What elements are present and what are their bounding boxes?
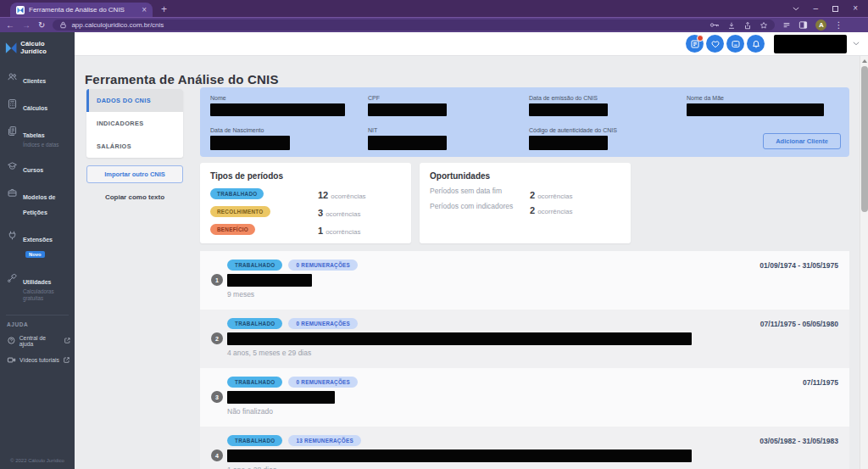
- period-badges: TRABALHADO 0 REMUNERAÇÕES: [227, 260, 358, 271]
- form-field-label: Data de Nascimento: [210, 127, 290, 133]
- period-types-title: Tipos de períodos: [210, 171, 401, 181]
- reload-icon[interactable]: ↻: [38, 21, 45, 30]
- period-date-range: 07/11/1975: [803, 378, 838, 387]
- brand-name: Cálculo Jurídico: [20, 40, 70, 55]
- tab-close-icon[interactable]: ×: [142, 6, 147, 14]
- scrollbar-thumb[interactable]: [861, 66, 868, 212]
- download-icon[interactable]: [727, 21, 736, 30]
- forward-icon[interactable]: →: [22, 21, 31, 30]
- app-header: [75, 32, 868, 56]
- form-field-value-redacted[interactable]: [687, 103, 824, 116]
- password-key-icon[interactable]: [709, 21, 720, 29]
- user-name-redacted[interactable]: [774, 35, 847, 53]
- messages-button[interactable]: [726, 35, 744, 53]
- form-field-value-redacted[interactable]: [368, 103, 447, 116]
- period-row[interactable]: 1 TRABALHADO 0 REMUNERAÇÕES 9 meses 01/0…: [200, 251, 849, 310]
- external-link-icon: [64, 337, 71, 344]
- referral-heart-button[interactable]: [706, 35, 724, 53]
- share-icon[interactable]: [743, 21, 752, 30]
- form-field-value-redacted[interactable]: [529, 136, 608, 150]
- reading-list-icon[interactable]: [782, 21, 791, 30]
- period-row[interactable]: 4 TRABALHADO 13 REMUNERAÇÕES 1 ano e 28 …: [200, 427, 849, 469]
- novo-badge: Novo: [25, 251, 45, 258]
- nav-tab[interactable]: DADOS DO CNIS: [86, 89, 183, 112]
- form-field-value-redacted[interactable]: [210, 103, 345, 116]
- form-field-value-redacted[interactable]: [529, 103, 608, 116]
- nav-tab[interactable]: INDICADORES: [86, 112, 183, 135]
- nav-tab-label: DADOS DO CNIS: [97, 97, 151, 104]
- opportunity-row: Períodos com indicadores 2ocorrências: [420, 202, 631, 211]
- sidebar-footer: © 2022 Cálculo Jurídico: [0, 458, 75, 463]
- period-badges: TRABALHADO 13 REMUNERAÇÕES: [227, 435, 361, 446]
- form-field-value-redacted[interactable]: [210, 136, 290, 150]
- brand[interactable]: Cálculo Jurídico: [0, 32, 75, 65]
- sidebar-item[interactable]: Cálculos: [0, 92, 75, 120]
- period-number: 3: [211, 391, 223, 403]
- sidebar-item-label: Tabelas: [23, 132, 45, 138]
- window-close-icon[interactable]: ×: [853, 4, 858, 13]
- period-row[interactable]: 3 TRABALHADO 0 REMUNERAÇÕES Não finaliza…: [200, 368, 849, 427]
- window-maximize-icon[interactable]: [832, 6, 838, 12]
- sidebar-item[interactable]: ExtensõesNovo: [0, 224, 75, 266]
- period-number: 4: [211, 449, 223, 461]
- window-minimize-icon[interactable]: –: [814, 4, 819, 13]
- nav-tab-label: SALÁRIOS: [97, 142, 131, 150]
- news-button[interactable]: [686, 35, 704, 53]
- period-type-row: TRABALHADO 12ocorrências: [200, 185, 411, 203]
- remunerations-badge: 0 REMUNERAÇÕES: [288, 318, 358, 329]
- url-text[interactable]: app.calculojuridico.com.br/cnis: [71, 21, 705, 29]
- period-row[interactable]: 2 TRABALHADO 0 REMUNERAÇÕES 4 anos, 5 me…: [200, 310, 849, 368]
- cnis-nav-tabs: DADOS DO CNIS INDICADORES SALÁRIOS: [86, 89, 183, 158]
- opportunity-label: Períodos sem data fim: [430, 187, 525, 196]
- opportunity-count: 2ocorrências: [530, 202, 572, 217]
- browser-profile-avatar[interactable]: A: [815, 20, 826, 31]
- form-field-label: NIT: [368, 127, 447, 133]
- sidebar-item-label: Cálculos: [23, 105, 47, 111]
- address-bar[interactable]: app.calculojuridico.com.br/cnis: [53, 20, 775, 31]
- add-client-button[interactable]: Adicionar Cliente: [763, 133, 841, 149]
- sidebar-help-item[interactable]: Vídeos tutoriais: [0, 351, 75, 369]
- external-link-icon: [63, 356, 70, 364]
- back-icon[interactable]: ←: [6, 21, 14, 30]
- browser-menu-icon[interactable]: ⋮: [834, 21, 843, 30]
- period-employer-redacted: [227, 449, 692, 462]
- bookmark-star-icon[interactable]: [760, 21, 768, 30]
- period-type-badge: TRABALHADO: [227, 260, 282, 271]
- notifications-bell-button[interactable]: [747, 35, 765, 53]
- sidebar-item[interactable]: Tabelas Índices e datas: [0, 120, 75, 154]
- form-field-value-redacted[interactable]: [368, 136, 447, 150]
- opportunity-label: Períodos com indicadores: [430, 202, 525, 211]
- period-date-range: 07/11/1975 - 05/05/1980: [760, 320, 838, 328]
- browser-tab[interactable]: Ferramenta de Análise do CNIS ×: [10, 3, 153, 17]
- browser-toolbar: ← → ↻ app.calculojuridico.com.br/cnis A …: [0, 17, 868, 32]
- tab-search-chevron-icon[interactable]: [793, 7, 799, 11]
- form-field-label: Nome: [210, 95, 345, 101]
- sidebar-help-item[interactable]: Central de ajuda: [0, 331, 75, 351]
- form-field-label: Nome da Mãe: [687, 95, 824, 101]
- period-type-badge: TRABALHADO: [227, 435, 282, 446]
- sidebar-item[interactable]: Utilidades Calculadoras gratuitas: [0, 266, 75, 308]
- user-menu-chevron-icon[interactable]: [853, 42, 860, 46]
- sidebar-item[interactable]: Cursos: [0, 154, 75, 181]
- period-type-badge: BENEFÍCIO: [210, 224, 255, 235]
- form-field: Data de emissão do CNIS: [529, 95, 608, 116]
- window-controls: – ×: [793, 0, 868, 17]
- scrollbar-up-arrow-icon[interactable]: [862, 59, 867, 63]
- period-badges: TRABALHADO 0 REMUNERAÇÕES: [227, 318, 358, 329]
- nav-tab[interactable]: SALÁRIOS: [86, 135, 183, 158]
- content-scrollbar[interactable]: [860, 56, 868, 469]
- new-tab-button[interactable]: +: [161, 3, 167, 17]
- help-section-title: AJUDA: [0, 321, 75, 331]
- sidebar-item[interactable]: Modelos de Petições: [0, 181, 75, 224]
- sidebar-item[interactable]: Clientes: [0, 65, 75, 92]
- period-badges: TRABALHADO 0 REMUNERAÇÕES: [227, 377, 358, 388]
- period-type-badge: TRABALHADO: [227, 377, 282, 388]
- period-employer-redacted: [227, 332, 692, 345]
- copy-as-text-link[interactable]: Copiar como texto: [86, 193, 183, 201]
- page-title: Ferramenta de Análise do CNIS: [85, 72, 279, 87]
- side-panel-icon[interactable]: [798, 20, 808, 30]
- form-field-label: CPF: [368, 95, 447, 101]
- import-cnis-button[interactable]: Importar outro CNIS: [86, 165, 183, 183]
- form-field: NIT: [368, 127, 447, 150]
- app-sidebar: Cálculo Jurídico Clientes Cálculos Tabel…: [0, 32, 75, 469]
